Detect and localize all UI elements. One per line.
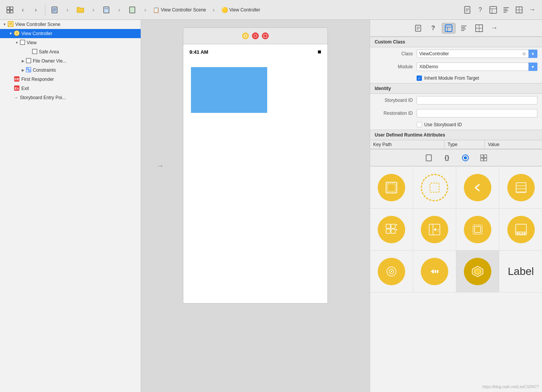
icon-cell-avkit-view[interactable]	[413, 251, 456, 292]
svg-rect-3	[10, 10, 13, 13]
svg-rect-32	[26, 58, 31, 63]
class-dropdown[interactable]: ▼	[528, 50, 537, 58]
tree-item-exit[interactable]: Ex Exit	[0, 84, 141, 93]
bottom-tab-circle[interactable]	[460, 153, 471, 163]
module-input-text: XibDemo	[419, 64, 526, 69]
arrow-file-owner: ▶	[20, 58, 26, 64]
arrow-first-responder	[8, 76, 14, 82]
icon-glkit-view	[378, 258, 405, 285]
icon-view	[20, 40, 25, 46]
icon-cell-collection-view[interactable]	[370, 209, 413, 251]
svg-rect-43	[244, 35, 247, 37]
tree-item-vc-scene[interactable]: ▼ View Controller Scene	[0, 20, 141, 29]
tree-label-first-responder: First Responder	[21, 77, 54, 82]
svg-marker-98	[431, 269, 434, 274]
use-storyboard-label: Use Storyboard ID	[424, 122, 462, 127]
tree-item-safe-area[interactable]: Safe Area	[0, 47, 141, 56]
tree-item-entry-point[interactable]: → Storyboard Entry Poi...	[0, 93, 141, 102]
icon-cell-label[interactable]: Label	[499, 251, 542, 292]
tree-label-view: View	[27, 40, 37, 45]
file-icon[interactable]	[49, 5, 60, 15]
icon-cell-nav-controller[interactable]	[456, 167, 499, 209]
bottom-panel: {}	[370, 149, 542, 292]
icon-cell-view-controller[interactable]	[370, 167, 413, 209]
attributes-inspector-tab[interactable]	[457, 23, 471, 34]
icon-cell-container-view[interactable]	[413, 167, 456, 209]
attributes-inspector-icon[interactable]	[501, 5, 512, 15]
icon-cell-glkit-view[interactable]	[370, 251, 413, 292]
storyboard-id-input[interactable]	[417, 96, 537, 104]
identity-inspector-icon[interactable]	[488, 5, 499, 15]
status-time: 9:41 AM	[189, 49, 208, 55]
forward-button[interactable]: ›	[30, 5, 41, 15]
svg-point-82	[434, 228, 436, 231]
restoration-id-input[interactable]	[417, 109, 537, 117]
breadcrumb-sep3-icon: ›	[114, 5, 125, 15]
connections-inspector-tab[interactable]: →	[487, 23, 501, 34]
bottom-tab-file[interactable]	[423, 153, 434, 163]
help-inspector-tab[interactable]: ?	[427, 23, 440, 34]
module-row: Module XibDemo ▼	[370, 60, 542, 73]
help-icon[interactable]: ?	[475, 5, 486, 15]
xib-file-icon[interactable]	[127, 5, 138, 15]
arrow-vc: ▼	[8, 31, 14, 37]
svg-rect-69	[430, 183, 439, 192]
svg-point-94	[524, 233, 525, 234]
bottom-tab-code[interactable]: {}	[442, 153, 452, 163]
module-input[interactable]: XibDemo	[417, 63, 529, 71]
icon-nav-controller	[464, 174, 491, 201]
inherit-module-row: ✓ Inherit Module From Target	[370, 73, 542, 83]
icon-cell-tab-bar[interactable]	[499, 209, 542, 251]
breadcrumb-scene[interactable]: 📋 View Controller Scene	[153, 7, 206, 13]
divider-1	[45, 5, 45, 15]
use-storyboard-checkbox[interactable]	[417, 122, 422, 127]
svg-text:FR: FR	[14, 77, 19, 81]
file-inspector-tab[interactable]	[411, 23, 425, 34]
icon-table-view-controller	[507, 174, 535, 201]
tree-label-entry-point: Storyboard Entry Poi...	[20, 95, 66, 100]
icon-first-responder: FR	[14, 76, 20, 83]
size-inspector-tab[interactable]	[472, 23, 486, 34]
bottom-tab-grid[interactable]	[478, 153, 489, 163]
class-clear-icon[interactable]: ⊗	[522, 51, 526, 56]
identity-inspector-tab[interactable]	[442, 23, 455, 34]
restoration-id-label: Restoration ID	[375, 111, 413, 116]
connections-inspector-icon[interactable]: →	[527, 5, 537, 15]
svg-rect-70	[516, 183, 526, 193]
svg-rect-1	[10, 7, 13, 10]
blue-rectangle[interactable]	[191, 67, 267, 113]
inherit-checkbox[interactable]: ✓	[417, 76, 422, 81]
svg-rect-8	[104, 7, 109, 13]
tree-item-view[interactable]: ▼ View	[0, 38, 141, 47]
tree-item-file-owner[interactable]: ▶ File Owner Vie...	[0, 56, 141, 66]
icon-split-view	[421, 216, 448, 243]
size-inspector-icon[interactable]	[514, 5, 524, 15]
scene-file-icon[interactable]	[101, 5, 112, 15]
icon-cell-split-view[interactable]	[413, 209, 456, 251]
icon-cell-table-view-controller[interactable]	[499, 167, 542, 209]
phone-frame: 9:41 AM ■	[183, 44, 328, 304]
tree-item-first-responder[interactable]: FR First Responder	[0, 75, 141, 84]
icon-file-owner	[26, 58, 31, 64]
attr-col-key: Key Path	[370, 140, 444, 149]
svg-rect-65	[481, 158, 483, 161]
arrow-vc-scene: ▼	[2, 21, 8, 27]
svg-rect-100	[437, 270, 438, 273]
grid-view-icon[interactable]	[5, 5, 15, 15]
inspector-tabs: ?	[370, 20, 542, 37]
status-battery: ■	[318, 48, 321, 55]
main-content: ▼ View Controller Scene ▼ View Controlle…	[0, 20, 542, 392]
file-inspector-icon[interactable]	[462, 5, 473, 15]
icon-vc	[14, 30, 20, 37]
tree-item-vc[interactable]: ▼ View Controller	[0, 29, 141, 38]
entry-arrow: →	[156, 161, 164, 170]
breadcrumb-vc[interactable]: 🟡 View Controller	[221, 7, 260, 13]
module-label: Module	[375, 64, 413, 69]
class-input[interactable]: ViewController ⊗	[417, 50, 529, 58]
icon-cell-scenekit-view[interactable]	[456, 251, 499, 292]
module-dropdown[interactable]: ▼	[528, 63, 537, 71]
icon-cell-page-view[interactable]	[456, 209, 499, 251]
folder-icon[interactable]	[75, 5, 86, 15]
tree-item-constraints[interactable]: ▶ Constraints	[0, 66, 141, 75]
back-button[interactable]: ‹	[18, 5, 28, 15]
